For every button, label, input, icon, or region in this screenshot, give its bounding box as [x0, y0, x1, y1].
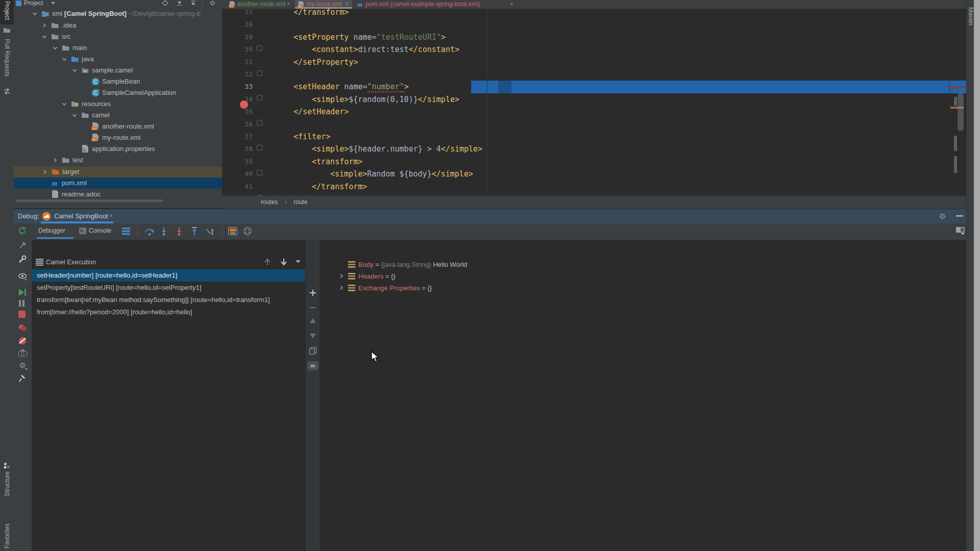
frame-row[interactable]: from[timer://hello?period=2000] [route=h… [32, 306, 305, 318]
variable-row-headers[interactable]: Headers = {} [320, 271, 966, 283]
tree-chevron-icon[interactable] [32, 11, 38, 17]
close-icon[interactable]: × [109, 212, 113, 219]
pin-results-icon[interactable] [18, 241, 27, 249]
tree-item-samplebean[interactable]: CSampleBean [14, 76, 222, 87]
tree-chevron-icon[interactable] [41, 22, 47, 29]
tree-item-camel[interactable]: camel [14, 110, 222, 121]
code-line-35[interactable]: </setHeader> [293, 107, 349, 116]
tree-chevron-icon[interactable] [61, 56, 67, 62]
close-icon[interactable]: × [510, 1, 513, 7]
tree-item-src[interactable]: src [14, 31, 222, 42]
change-mark[interactable] [954, 136, 957, 151]
tree-item-resources[interactable]: resources [14, 98, 222, 110]
tree-chevron-icon[interactable] [52, 45, 58, 51]
tree-chevron-icon[interactable] [71, 67, 78, 73]
wrench-icon[interactable] [18, 255, 27, 263]
code-line-40[interactable]: <simple>Random ${body}</simple> [330, 169, 473, 179]
close-icon[interactable]: × [346, 1, 349, 7]
tree-item-pom-xml[interactable]: mpom.xml [14, 178, 222, 189]
tree-horizontal-scrollbar[interactable] [15, 199, 163, 202]
thread-selector[interactable]: Camel Execution [32, 256, 305, 268]
mute-breakpoints-icon[interactable] [243, 227, 252, 235]
evaluate-expression-icon[interactable] [228, 227, 237, 235]
add-watch-icon[interactable] [309, 289, 316, 296]
infinity-button[interactable]: ∞ [307, 361, 318, 370]
remove-watch-icon[interactable] [309, 304, 316, 311]
threads-view-icon[interactable] [122, 227, 131, 235]
project-panel-title[interactable]: Project [24, 0, 43, 7]
tree-chevron-icon[interactable] [42, 169, 48, 175]
tree-item--idea[interactable]: .idea [14, 20, 222, 31]
collapse-all-icon[interactable] [190, 0, 197, 6]
code-line-39[interactable]: <transform> [312, 157, 362, 166]
tree-item-target[interactable]: target [14, 166, 222, 178]
tree-item-main[interactable]: main [14, 42, 222, 54]
pin-tab-icon[interactable] [18, 374, 26, 383]
tab-debugger[interactable]: Debugger [38, 227, 65, 234]
change-mark[interactable] [954, 156, 957, 173]
tab-console[interactable]: Console [89, 227, 111, 234]
tree-item-my-route-xml[interactable]: <›my-route.xml [14, 132, 222, 143]
code-line-31[interactable]: </setProperty> [293, 58, 358, 67]
close-icon[interactable]: × [287, 1, 290, 7]
tree-chevron-icon[interactable] [338, 273, 345, 279]
step-out-icon[interactable] [190, 227, 199, 236]
tree-item-xml[interactable]: xml [Camel SpringBoot] ~/Dev/git/camel-s… [14, 8, 222, 19]
tree-item-readme-adoc[interactable]: readme.adoc [14, 189, 222, 200]
move-down-icon[interactable] [309, 333, 316, 339]
frame-up-icon[interactable] [264, 258, 271, 266]
favorites-stripe-label[interactable]: Favorites [4, 523, 11, 548]
code-line-41[interactable]: </transform> [312, 182, 367, 191]
frame-row[interactable]: setProperty[testRouteURI] [route=hello,i… [32, 282, 305, 294]
move-up-icon[interactable] [309, 318, 316, 324]
variable-row-body[interactable]: Body = {java.lang.String} Hello World [320, 259, 966, 271]
mute-breakpoints-red-icon[interactable] [18, 337, 27, 345]
code-line-27[interactable]: </transform> [293, 8, 349, 17]
error-stripe-mark[interactable] [948, 86, 965, 88]
view-breakpoints-icon[interactable] [18, 324, 27, 332]
breadcrumb-routes[interactable]: routes [261, 198, 278, 206]
structure-stripe-label[interactable]: Structure [4, 471, 11, 496]
code-line-29[interactable]: <setProperty name="testRouteURI"> [293, 33, 446, 42]
tree-item-sample-camel[interactable]: sample.camel [14, 65, 222, 76]
tree-item-another-route-xml[interactable]: <›another-route.xml [14, 121, 222, 132]
pause-icon[interactable] [18, 299, 25, 307]
variables-panel[interactable]: Body = {java.lang.String} Hello WorldHea… [320, 240, 966, 551]
expand-all-icon[interactable] [176, 0, 183, 6]
vcs-compare-icon[interactable] [3, 88, 11, 95]
editor-scrollbar[interactable] [958, 93, 964, 131]
tree-chevron-icon[interactable] [52, 157, 58, 163]
layout-settings-icon[interactable] [956, 227, 965, 235]
code-line-37[interactable]: <filter> [293, 132, 330, 141]
stop-icon[interactable] [18, 311, 26, 318]
duplicate-icon[interactable] [309, 347, 316, 355]
frame-row[interactable]: setHeader[number] [route=hello,id=setHea… [32, 269, 305, 282]
rerun-icon[interactable] [18, 227, 27, 235]
tree-chevron-icon[interactable] [41, 34, 47, 40]
breadcrumb-route[interactable]: route [293, 198, 307, 206]
pull-requests-stripe-label[interactable]: Pull Requests [4, 39, 11, 77]
project-stripe-label[interactable]: Project [4, 1, 11, 20]
tree-chevron-icon[interactable] [338, 285, 345, 291]
thread-dump-camera-icon[interactable] [18, 349, 27, 357]
frame-row[interactable]: transform[bean[ref:myBean method:saySome… [32, 294, 305, 306]
maven-stripe-label[interactable]: Maven [967, 7, 974, 26]
gear-icon[interactable] [939, 213, 946, 220]
code-line-34[interactable]: <simple>${random(0,10)}</simple> [312, 95, 459, 104]
editor-tab-another-route.xml[interactable]: <›another-route.xml× [226, 0, 293, 9]
debug-settings-gear-icon[interactable] [18, 362, 28, 370]
resume-icon[interactable] [18, 288, 26, 296]
code-view[interactable]: </transform><setProperty name="testRoute… [222, 9, 965, 195]
change-mark[interactable] [954, 97, 957, 106]
watch-eye-icon[interactable] [18, 272, 28, 281]
tree-chevron-icon[interactable] [71, 112, 78, 118]
run-to-cursor-icon[interactable] [206, 227, 216, 236]
editor-tab-pom.xml[interactable]: mpom.xml (camel-example-spring-boot-xml)… [354, 0, 517, 9]
tree-item-samplecamelapplication[interactable]: CSampleCamelApplication [14, 87, 222, 98]
step-into-icon[interactable] [160, 227, 168, 236]
tree-item-java[interactable]: java [14, 54, 222, 65]
thread-name[interactable]: Camel Execution [46, 258, 96, 266]
chevron-down-icon[interactable] [296, 260, 301, 264]
chevron-down-icon[interactable] [51, 2, 56, 6]
gear-icon[interactable] [209, 0, 216, 6]
